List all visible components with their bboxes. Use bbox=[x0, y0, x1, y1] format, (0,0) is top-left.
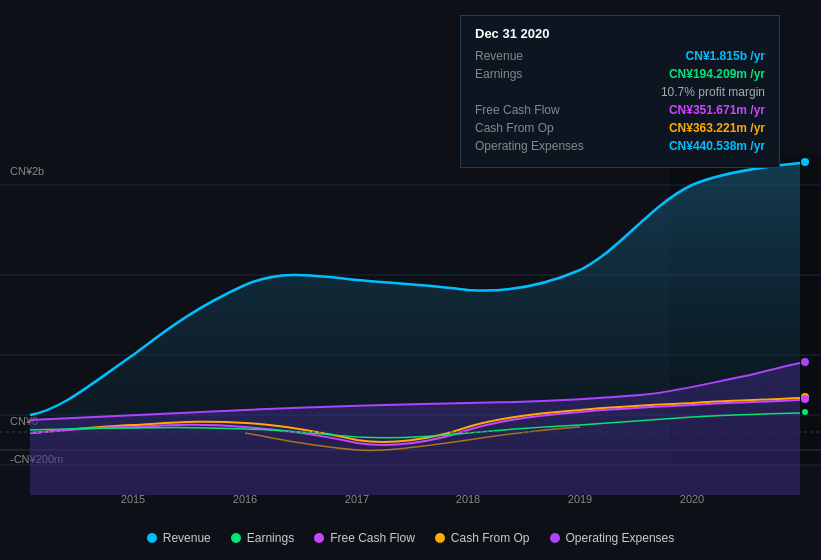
tooltip-row-earnings: Earnings CN¥194.209m /yr bbox=[475, 67, 765, 81]
svg-point-6 bbox=[801, 158, 809, 166]
chart-svg bbox=[0, 155, 821, 495]
legend-item-opex[interactable]: Operating Expenses bbox=[550, 531, 675, 545]
tooltip-value-opex: CN¥440.538m /yr bbox=[669, 139, 765, 153]
tooltip-label-fcf: Free Cash Flow bbox=[475, 103, 560, 117]
legend-dot-cashfromop bbox=[435, 533, 445, 543]
tooltip-row-fcf: Free Cash Flow CN¥351.671m /yr bbox=[475, 103, 765, 117]
tooltip-margin-row: 10.7% profit margin bbox=[475, 85, 765, 99]
legend-dot-earnings bbox=[231, 533, 241, 543]
svg-point-9 bbox=[801, 395, 809, 403]
svg-point-7 bbox=[801, 358, 809, 366]
tooltip-label-cashfromop: Cash From Op bbox=[475, 121, 554, 135]
tooltip-row-cashfromop: Cash From Op CN¥363.221m /yr bbox=[475, 121, 765, 135]
x-label-2018: 2018 bbox=[456, 493, 480, 505]
legend-item-cashfromop[interactable]: Cash From Op bbox=[435, 531, 530, 545]
legend-item-fcf[interactable]: Free Cash Flow bbox=[314, 531, 415, 545]
svg-point-10 bbox=[802, 409, 808, 415]
chart-container: Dec 31 2020 Revenue CN¥1.815b /yr Earnin… bbox=[0, 0, 821, 560]
x-label-2019: 2019 bbox=[568, 493, 592, 505]
legend-item-earnings[interactable]: Earnings bbox=[231, 531, 294, 545]
tooltip-title: Dec 31 2020 bbox=[475, 26, 765, 41]
legend-label-cashfromop: Cash From Op bbox=[451, 531, 530, 545]
x-label-2020: 2020 bbox=[680, 493, 704, 505]
legend-label-opex: Operating Expenses bbox=[566, 531, 675, 545]
tooltip-row-revenue: Revenue CN¥1.815b /yr bbox=[475, 49, 765, 63]
legend-dot-opex bbox=[550, 533, 560, 543]
tooltip-row-opex: Operating Expenses CN¥440.538m /yr bbox=[475, 139, 765, 153]
legend-item-revenue[interactable]: Revenue bbox=[147, 531, 211, 545]
tooltip-label-earnings: Earnings bbox=[475, 67, 522, 81]
x-label-2016: 2016 bbox=[233, 493, 257, 505]
legend: Revenue Earnings Free Cash Flow Cash Fro… bbox=[0, 531, 821, 545]
x-label-2017: 2017 bbox=[345, 493, 369, 505]
tooltip-value-revenue: CN¥1.815b /yr bbox=[686, 49, 765, 63]
legend-label-revenue: Revenue bbox=[163, 531, 211, 545]
tooltip-value-earnings: CN¥194.209m /yr bbox=[669, 67, 765, 81]
tooltip-label-opex: Operating Expenses bbox=[475, 139, 584, 153]
legend-dot-fcf bbox=[314, 533, 324, 543]
x-label-2015: 2015 bbox=[121, 493, 145, 505]
tooltip-label-revenue: Revenue bbox=[475, 49, 523, 63]
legend-label-earnings: Earnings bbox=[247, 531, 294, 545]
tooltip-value-fcf: CN¥351.671m /yr bbox=[669, 103, 765, 117]
tooltip-value-cashfromop: CN¥363.221m /yr bbox=[669, 121, 765, 135]
legend-label-fcf: Free Cash Flow bbox=[330, 531, 415, 545]
tooltip-margin-value: 10.7% profit margin bbox=[661, 85, 765, 99]
tooltip-box: Dec 31 2020 Revenue CN¥1.815b /yr Earnin… bbox=[460, 15, 780, 168]
legend-dot-revenue bbox=[147, 533, 157, 543]
